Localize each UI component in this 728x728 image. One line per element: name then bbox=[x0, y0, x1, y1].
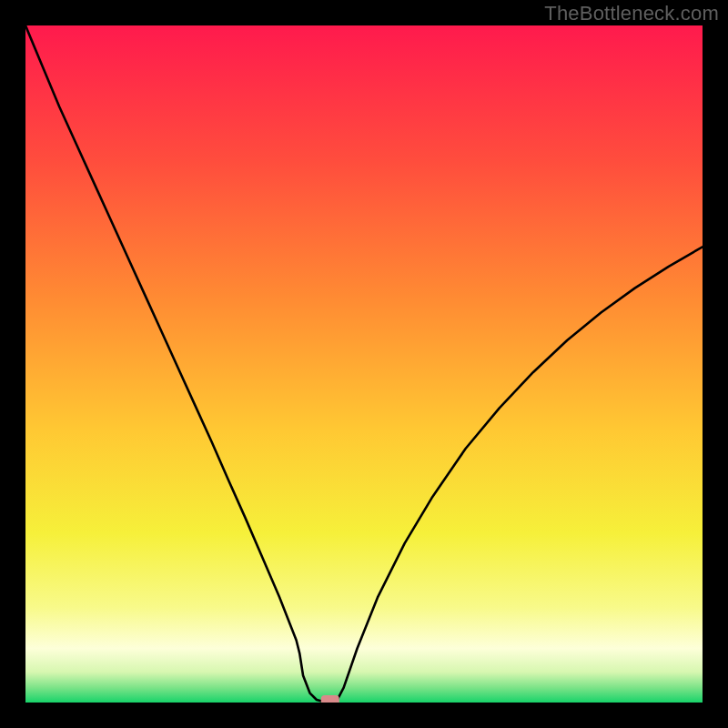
chart-frame: TheBottleneck.com bbox=[0, 0, 728, 728]
watermark-label: TheBottleneck.com bbox=[544, 2, 719, 25]
gradient-background bbox=[25, 25, 703, 703]
plot-area bbox=[25, 25, 703, 703]
chart-svg bbox=[25, 25, 703, 703]
minimum-marker bbox=[321, 695, 339, 703]
